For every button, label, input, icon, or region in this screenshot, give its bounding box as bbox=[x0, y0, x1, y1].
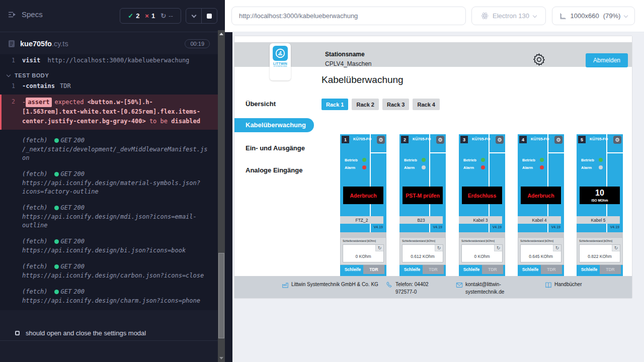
sidebar-item-kabelueberwachung[interactable]: Kabelüberwachung bbox=[234, 118, 314, 132]
schleife-button[interactable]: Schleife bbox=[520, 265, 541, 274]
refresh-icon: ↻ bbox=[437, 245, 441, 250]
device-card-3: 3 KÜ705-FO ⚙ Betrieb Alarm Erdschluss Ka… bbox=[459, 134, 505, 290]
cable-label: Kabel 3 bbox=[459, 216, 502, 224]
tab-rack-3[interactable]: Rack 3 bbox=[382, 99, 409, 110]
chevron-down-icon bbox=[7, 73, 11, 77]
cable-label: Kabel 5 bbox=[577, 216, 620, 224]
divider bbox=[429, 224, 430, 232]
loop-resistance-label: Schleifenwiderstand [kOhm] bbox=[518, 238, 564, 242]
reporter-scrollbar[interactable] bbox=[218, 30, 225, 362]
device-settings-button[interactable]: ⚙ bbox=[436, 136, 444, 144]
stat-pending: ↻-- bbox=[160, 12, 173, 20]
status-ok-dot bbox=[54, 138, 59, 143]
scroll-up-arrow[interactable] bbox=[219, 33, 223, 35]
device-settings-button[interactable]: ⚙ bbox=[554, 136, 562, 144]
command-visit[interactable]: 1 visit http://localhost:3000/kabelueber… bbox=[0, 55, 218, 66]
fetch-log-entry[interactable]: (fetch)GET 200 https://api.iconify.desig… bbox=[0, 236, 218, 256]
device-number: 1 bbox=[342, 136, 349, 143]
assert-state: disabled bbox=[171, 118, 200, 125]
fetch-log-entry[interactable]: (fetch)GET 200 https://api.iconify.desig… bbox=[0, 203, 218, 231]
sidebar-item-analoge-eingaenge[interactable]: Analoge Eingänge bbox=[246, 166, 302, 174]
specs-list-icon bbox=[8, 11, 17, 18]
device-settings-button[interactable]: ⚙ bbox=[377, 136, 385, 144]
schleife-button[interactable]: Schleife bbox=[401, 265, 423, 274]
refresh-button[interactable]: ↻ bbox=[612, 245, 620, 251]
divider bbox=[399, 232, 446, 237]
betrieb-led bbox=[422, 158, 426, 162]
tab-rack-4[interactable]: Rack 4 bbox=[413, 99, 439, 110]
device-card-4: 4 KÜ705-FO ⚙ Betrieb Alarm Aderbruch Kab… bbox=[518, 134, 564, 290]
tdr-button[interactable]: TDR bbox=[541, 265, 562, 274]
command-assert-failed[interactable]: 2 -assertexpected <button.w-[50%].h-[1.5… bbox=[0, 95, 218, 130]
fetch-log-entry[interactable]: (fetch)GET 200 https://api.iconify.desig… bbox=[0, 261, 218, 281]
fetch-url: https://api.iconify.design/mdi.json?icon… bbox=[22, 213, 210, 230]
fetch-log-entry[interactable]: (fetch)GET 200 /_next/static/development… bbox=[0, 135, 218, 163]
collapse-button[interactable] bbox=[186, 9, 201, 23]
littwin-logo-icon bbox=[273, 46, 288, 61]
url-input[interactable] bbox=[232, 7, 465, 25]
url-toolbar: Electron 130 1000x660 (79%) bbox=[225, 0, 644, 32]
scrollbar-thumb[interactable] bbox=[218, 253, 224, 338]
footer-manuals-link[interactable]: Handbücher bbox=[545, 281, 582, 289]
sidebar-item-uebersicht[interactable]: Übersicht bbox=[246, 100, 276, 108]
gear-icon: ⚙ bbox=[497, 137, 502, 143]
command-arg: TDR bbox=[60, 82, 71, 89]
divider bbox=[547, 224, 548, 232]
fetch-url: https://api.iconify.design/material-symb… bbox=[22, 179, 210, 196]
tab-rack-1[interactable]: Rack 1 bbox=[321, 99, 348, 110]
betrieb-label: Betrieb bbox=[404, 158, 417, 162]
divider bbox=[607, 152, 623, 153]
pending-test-row[interactable]: should open and close the settings modal bbox=[0, 326, 218, 341]
tdr-button[interactable]: TDR bbox=[482, 265, 503, 274]
specs-toggle[interactable]: Specs bbox=[8, 10, 43, 19]
pending-test-icon bbox=[15, 331, 20, 335]
viewport-select[interactable]: 1000x660 (79%) bbox=[552, 7, 635, 25]
firmware-version: V4.19 bbox=[551, 225, 560, 229]
spec-file-icon bbox=[8, 40, 15, 48]
tdr-button[interactable]: TDR bbox=[600, 265, 621, 274]
schleife-button[interactable]: Schleife bbox=[579, 265, 600, 274]
device-number: 2 bbox=[401, 136, 409, 143]
loop-resistance-panel: Schleifenwiderstand [kOhm] ↻ 0 KOhm bbox=[459, 237, 505, 265]
sidebar-item-ein-und-ausgaenge[interactable]: Ein- und Ausgänge bbox=[246, 144, 305, 152]
refresh-icon: ↻ bbox=[378, 245, 382, 250]
refresh-button[interactable]: ↻ bbox=[375, 245, 383, 251]
loop-resistance-value: 0.822 KOhm bbox=[580, 254, 620, 259]
command-contains[interactable]: 1 -containsTDR bbox=[0, 81, 218, 92]
fetch-url: https://api.iconify.design/charm.json?ic… bbox=[22, 297, 210, 305]
stop-button[interactable] bbox=[201, 9, 217, 23]
device-settings-button[interactable]: ⚙ bbox=[613, 136, 621, 144]
phone-icon bbox=[386, 282, 393, 289]
device-model: KÜ705-FO bbox=[531, 137, 549, 141]
loop-resistance-label: Schleifenwiderstand [kOhm] bbox=[400, 238, 445, 242]
loop-resistance-panel: Schleifenwiderstand [kOhm] ↻ 0.822 KOhm bbox=[577, 237, 623, 265]
command-name: visit bbox=[22, 57, 40, 64]
schleife-button[interactable]: Schleife bbox=[342, 265, 363, 274]
panel-splitter[interactable] bbox=[225, 32, 232, 362]
tab-rack-2[interactable]: Rack 2 bbox=[352, 99, 378, 110]
settings-button[interactable] bbox=[532, 53, 546, 66]
device-model: KÜ705-FO bbox=[413, 137, 431, 141]
refresh-button[interactable]: ↻ bbox=[553, 245, 561, 251]
card-buttons: Schleife TDR bbox=[579, 265, 621, 274]
device-settings-button[interactable]: ⚙ bbox=[496, 136, 504, 144]
fetch-log-entry[interactable]: (fetch)GET 200 https://api.iconify.desig… bbox=[0, 287, 218, 306]
loop-resistance-panel: Schleifenwiderstand [kOhm] ↻ 0 KOhm bbox=[340, 237, 386, 265]
refresh-button[interactable]: ↻ bbox=[435, 245, 443, 251]
book-icon bbox=[545, 282, 552, 289]
tdr-button[interactable]: TDR bbox=[363, 265, 384, 274]
tdr-button[interactable]: TDR bbox=[423, 265, 444, 274]
card-buttons: Schleife TDR bbox=[461, 265, 503, 274]
logout-button[interactable]: Abmelden bbox=[586, 53, 628, 67]
cable-label: FTZ_2 bbox=[340, 216, 383, 224]
fetch-log-entry[interactable]: (fetch)GET 200 https://api.iconify.desig… bbox=[0, 169, 218, 197]
status-ok-dot bbox=[54, 172, 59, 176]
refresh-button[interactable]: ↻ bbox=[494, 245, 502, 251]
schleife-button[interactable]: Schleife bbox=[461, 265, 482, 274]
device-card-5: 5 KÜ705-FO ⚙ Betrieb Alarm 10 ISO MOhm K… bbox=[577, 134, 623, 290]
test-body-section[interactable]: TEST BODY bbox=[7, 72, 218, 78]
card-buttons: Schleife TDR bbox=[401, 265, 444, 274]
browser-select[interactable]: Electron 130 bbox=[471, 7, 546, 25]
spec-file-row: kue705fo.cy.ts 00:19 bbox=[0, 32, 218, 55]
scroll-down-arrow[interactable] bbox=[219, 357, 223, 359]
